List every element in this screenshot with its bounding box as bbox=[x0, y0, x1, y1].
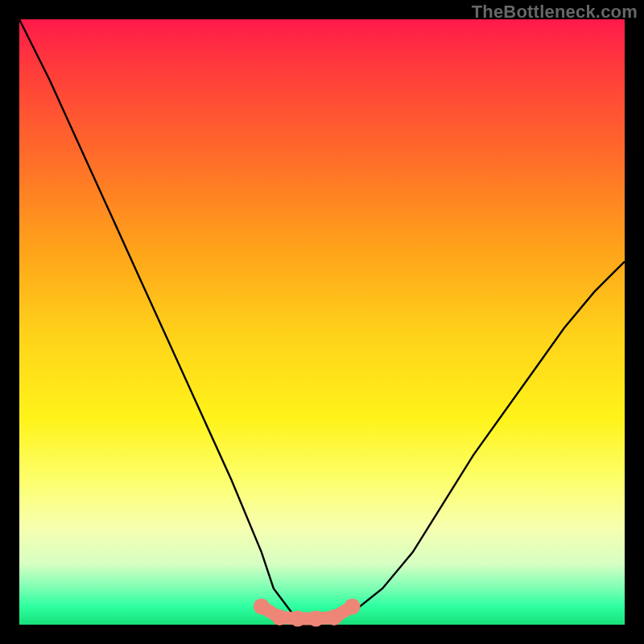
floor-marker-dot bbox=[290, 611, 306, 627]
bottleneck-curve bbox=[19, 19, 625, 619]
floor-marker-dot bbox=[308, 611, 324, 627]
chart-frame: TheBottleneck.com bbox=[0, 0, 644, 644]
chart-overlay bbox=[19, 19, 625, 625]
floor-markers bbox=[254, 598, 361, 626]
floor-marker-dot bbox=[326, 609, 342, 625]
floor-marker-dot bbox=[271, 609, 287, 625]
floor-marker-dot bbox=[254, 598, 270, 614]
floor-marker-dot bbox=[345, 598, 361, 614]
